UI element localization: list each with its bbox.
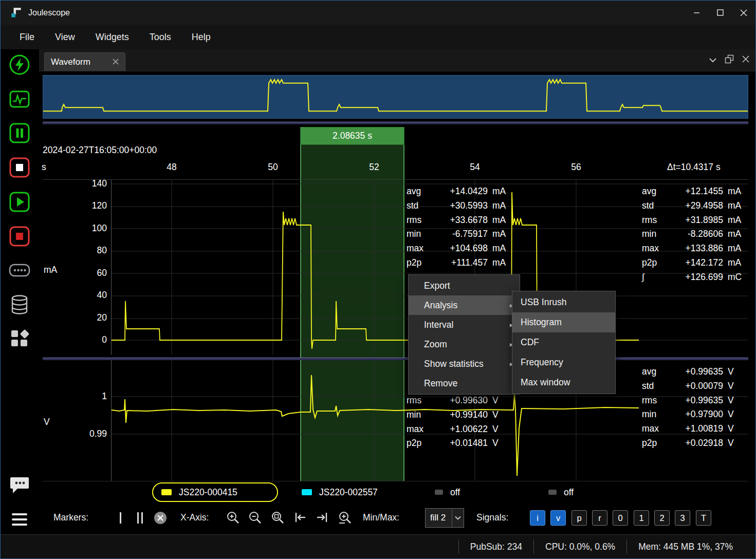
sidebar-widgets-button[interactable] (8, 327, 31, 350)
menu-item-show-statistics[interactable]: Show statistics▸ (409, 354, 520, 374)
sidebar-feedback-button[interactable] (8, 473, 31, 496)
sidebar-device-button[interactable] (8, 259, 31, 282)
zoom-out-button[interactable] (248, 510, 262, 525)
sidebar-menu-button[interactable] (8, 508, 31, 531)
zoom-in-button[interactable] (226, 510, 240, 525)
voltage-y-axis-line (111, 360, 112, 481)
minmax-label: Min/Max: (363, 512, 399, 523)
signal-button-2[interactable]: 2 (654, 510, 670, 526)
menu-tools[interactable]: Tools (139, 32, 181, 43)
window-controls (685, 1, 755, 25)
app-logo-icon (10, 6, 23, 20)
splitter-minimap[interactable] (43, 122, 748, 124)
off2-label: off (564, 487, 574, 498)
sidebar-memory-button[interactable] (8, 293, 31, 316)
dock-menu-icon[interactable] (709, 55, 716, 65)
minmax-value: fill 2 (426, 513, 452, 523)
off1-color-swatch (435, 490, 443, 495)
signal-button-v[interactable]: v (550, 510, 566, 526)
dock-close-icon[interactable] (742, 55, 749, 65)
menu-item-interval[interactable]: Interval▸ (409, 315, 520, 334)
status-pubsub: PubSub: 234 (458, 539, 533, 554)
signal-button-0[interactable]: 0 (613, 510, 628, 526)
device1-color-swatch (161, 489, 172, 495)
legend-off-2[interactable]: off (548, 482, 574, 502)
tab-waveform[interactable]: Waveform (44, 52, 125, 71)
sidebar-scope-button[interactable] (8, 88, 31, 110)
menu-bar: File View Widgets Tools Help (1, 25, 755, 49)
tab-waveform-label: Waveform (51, 57, 90, 67)
menu-item-export[interactable]: Export (409, 276, 520, 295)
signal-button-i[interactable]: i (530, 510, 545, 526)
off2-color-swatch (548, 490, 557, 495)
voltage-ytick: 1 (70, 391, 107, 402)
voltage-selection-stats: rms+0.99630V min+0.99140V max+1.00622V p… (407, 394, 510, 451)
signals-label: Signals: (476, 512, 508, 523)
zoom-out-icon (248, 510, 262, 525)
menu-view[interactable]: View (45, 32, 85, 43)
off1-label: off (450, 487, 460, 498)
submenu-item-histogram[interactable]: Histogram (512, 312, 615, 332)
zoom-fit-button[interactable] (270, 510, 285, 525)
minimap-plot[interactable] (43, 75, 748, 119)
clear-markers-button[interactable] (153, 511, 168, 525)
voltage-ytick: 0.99 (70, 428, 107, 439)
jump-start-button[interactable] (293, 510, 307, 525)
device1-label: JS220-000415 (179, 487, 237, 498)
record-icon (8, 225, 31, 248)
device2-color-swatch (302, 489, 312, 495)
zoom-selection-button[interactable] (338, 510, 352, 525)
jump-start-icon (293, 510, 307, 525)
submenu-item-frequency[interactable]: Frequency (512, 352, 615, 372)
menu-file[interactable]: File (9, 32, 45, 43)
sidebar-pause-button[interactable] (8, 122, 31, 144)
current-ytick: 120 (70, 200, 107, 211)
legend-off-1[interactable]: off (435, 482, 460, 502)
delta-t-label: Δt=10.4317 s (667, 162, 721, 173)
signal-button-p[interactable]: p (571, 510, 587, 526)
zoom-selection-icon (338, 510, 352, 525)
maximize-button[interactable] (708, 1, 732, 25)
play-icon (8, 191, 31, 213)
current-ytick: 20 (70, 312, 107, 323)
signal-button-3[interactable]: 3 (675, 510, 690, 526)
signal-button-r[interactable]: r (592, 510, 607, 526)
menu-widgets[interactable]: Widgets (85, 32, 139, 43)
current-ytick: 80 (70, 245, 107, 256)
signal-button-T[interactable]: T (696, 510, 711, 526)
add-dual-marker-button[interactable] (133, 511, 147, 525)
menu-item-remove[interactable]: Remove (409, 374, 520, 393)
menu-help[interactable]: Help (181, 32, 221, 43)
voltage-window-stats: avg+0.99635V std+0.00079V rms+0.99635V m… (642, 365, 746, 451)
xaxis-label: X-Axis: (180, 512, 209, 523)
menu-item-zoom[interactable]: Zoom▸ (409, 334, 520, 354)
sidebar-play-button[interactable] (8, 191, 31, 213)
minimize-button[interactable] (685, 1, 708, 25)
close-button[interactable] (732, 1, 755, 25)
tab-close-icon[interactable] (113, 57, 119, 67)
device2-label: JS220-002557 (319, 487, 378, 498)
chevron-down-icon (452, 509, 464, 527)
add-single-marker-button[interactable] (114, 511, 128, 525)
sidebar-record-button[interactable] (8, 225, 31, 248)
legend-device-1[interactable]: JS220-000415 (152, 482, 278, 502)
chart-bottom-border (43, 481, 748, 481)
submenu-item-max-window[interactable]: Max window (512, 372, 615, 393)
menu-item-analysis[interactable]: Analysis▸ (409, 295, 520, 315)
jump-end-button[interactable] (315, 510, 329, 525)
minmax-dropdown[interactable]: fill 2 (425, 508, 464, 528)
dock-float-icon[interactable] (725, 54, 734, 66)
submenu-item-cdf[interactable]: CDF (512, 332, 615, 352)
submenu-item-usb-inrush[interactable]: USB Inrush (512, 292, 615, 312)
main-area: Waveform (39, 49, 755, 535)
jump-end-icon (315, 510, 329, 525)
selection-duration-header[interactable]: 2.08635 s (300, 127, 404, 145)
dock-controls (709, 54, 749, 66)
legend-device-2[interactable]: JS220-002557 (288, 482, 409, 502)
selection-duration-label: 2.08635 s (333, 131, 372, 141)
signal-button-1[interactable]: 1 (634, 510, 649, 526)
waveform-context-menu: Export Analysis▸ Interval▸ Zoom▸ Show st… (408, 274, 520, 395)
sidebar-power-button[interactable] (8, 53, 31, 76)
sidebar-stop-button[interactable] (8, 156, 31, 179)
current-window-stats: avg+12.1455mA std+29.4958mA rms+31.8985m… (642, 184, 746, 285)
